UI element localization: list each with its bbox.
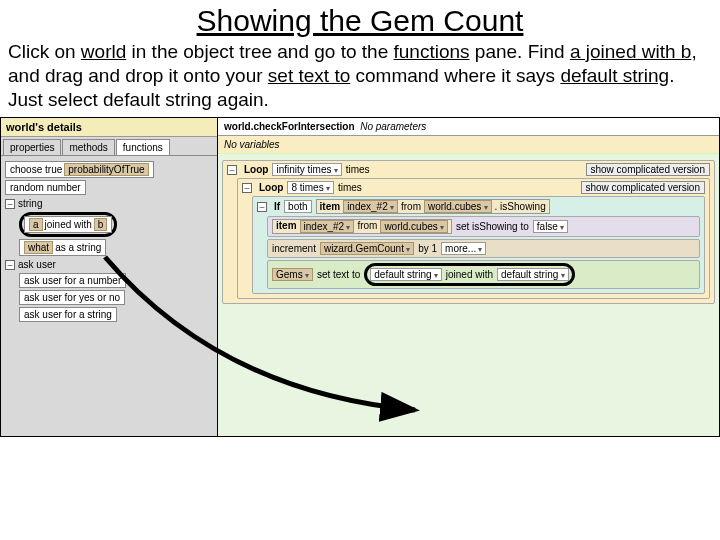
category-ask-user: ask user <box>18 258 56 271</box>
functions-list: choose true probabilityOfTrue random num… <box>1 156 217 436</box>
show-complicated-button[interactable]: show complicated version <box>586 163 711 176</box>
more-menu[interactable]: more... <box>441 242 486 255</box>
editor-header: world.checkForIntersection No parameters <box>218 118 719 136</box>
tab-functions[interactable]: functions <box>116 139 170 155</box>
outer-loop-block[interactable]: – Loop infinity times times show complic… <box>222 160 715 304</box>
slide-title: Showing the Gem Count <box>0 4 720 38</box>
loop-count-outer[interactable]: infinity times <box>272 163 341 176</box>
value-false[interactable]: false <box>533 220 568 233</box>
collapse-icon[interactable]: – <box>5 199 15 209</box>
category-string: string <box>18 197 42 210</box>
var-gemcount[interactable]: wizard.GemCount <box>320 242 414 255</box>
fn-ask-number[interactable]: ask user for a number <box>19 273 126 288</box>
highlight-a-joined-b: a joined with b <box>19 212 117 237</box>
fn-random-number[interactable]: random number <box>5 180 86 195</box>
method-editor: world.checkForIntersection No parameters… <box>218 117 720 437</box>
inner-loop-block[interactable]: – Loop 8 times times show complicated ve… <box>237 178 710 299</box>
details-tabs: properties methods functions <box>1 137 217 156</box>
alice-ide: world's details properties methods funct… <box>0 117 720 437</box>
details-panel: world's details properties methods funct… <box>0 117 218 437</box>
tab-methods[interactable]: methods <box>62 139 114 155</box>
instruction-text: Click on world in the object tree and go… <box>0 38 720 117</box>
arg-default-string-2[interactable]: default string <box>497 268 569 281</box>
target-item[interactable]: item index_#2 from world.cubes <box>272 219 452 234</box>
fn-ask-yesno[interactable]: ask user for yes or no <box>19 290 125 305</box>
fn-choose-true[interactable]: choose true probabilityOfTrue <box>5 161 154 178</box>
collapse-icon[interactable]: – <box>257 202 267 212</box>
target-gems[interactable]: Gems <box>272 268 313 281</box>
if-block[interactable]: – If both item index_#2 from world.cubes… <box>252 196 705 294</box>
collapse-icon[interactable]: – <box>227 165 237 175</box>
loop-count-inner[interactable]: 8 times <box>287 181 333 194</box>
cond-both[interactable]: both <box>284 200 311 213</box>
fn-a-joined-with-b[interactable]: a joined with b <box>24 216 112 233</box>
fn-ask-string[interactable]: ask user for a string <box>19 307 117 322</box>
fn-what-as-string[interactable]: what as a string <box>19 239 106 256</box>
tab-properties[interactable]: properties <box>3 139 61 155</box>
cond-item-showing[interactable]: item index_#2 from world.cubes . isShowi… <box>316 199 550 214</box>
collapse-icon[interactable]: – <box>242 183 252 193</box>
collapse-icon[interactable]: – <box>5 260 15 270</box>
no-variables-strip: No variables <box>218 136 719 154</box>
show-complicated-button[interactable]: show complicated version <box>581 181 706 194</box>
code-canvas[interactable]: – Loop infinity times times show complic… <box>218 154 719 436</box>
set-text-block[interactable]: Gems set text to default string joined w… <box>267 260 700 289</box>
details-heading: world's details <box>1 118 217 137</box>
arg-default-string-1[interactable]: default string <box>370 268 442 281</box>
set-isshowing-block[interactable]: item index_#2 from world.cubes set isSho… <box>267 216 700 237</box>
highlight-drop-target: default string joined with default strin… <box>364 263 574 286</box>
increment-block[interactable]: increment wizard.GemCount by 1 more... <box>267 239 700 258</box>
